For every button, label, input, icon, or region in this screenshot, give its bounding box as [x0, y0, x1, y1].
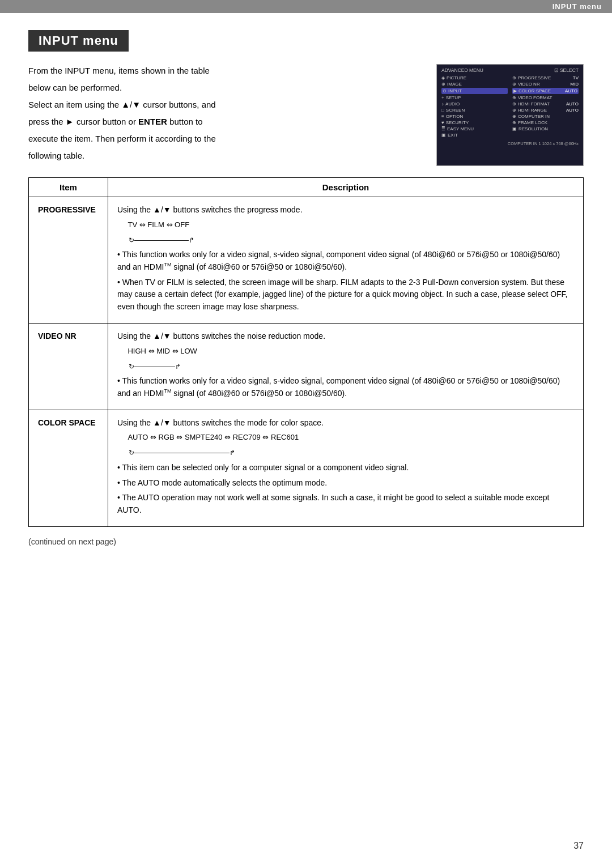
page-title: INPUT menu: [39, 33, 118, 48]
progressive-cycle-arrow: ↻————————↱: [129, 235, 574, 246]
col-header-description: Description: [108, 178, 584, 197]
videonr-cycle: HIGH ⇔ MID ⇔ LOW: [117, 346, 574, 357]
menu-item: ♥ SECURITY: [441, 120, 508, 125]
intro-line5: execute the item. Then perform it accord…: [28, 132, 419, 146]
intro-line4: press the ► cursor button or ENTER butto…: [28, 115, 419, 129]
menu-header-left: ADVANCED MENU: [441, 67, 483, 73]
colorspace-bullet2: • The AUTO mode automatically selects th…: [117, 477, 574, 490]
desc-color-space: Using the ▲/▼ buttons switches the mode …: [108, 410, 584, 526]
page-number: 37: [573, 841, 584, 851]
col-header-item: Item: [29, 178, 108, 197]
menu-item: ⊕ VIDEO FORMAT: [512, 95, 579, 100]
menu-item: + SETUP: [441, 95, 508, 100]
menu-item-input-active: ⊙ INPUT: [441, 88, 508, 94]
intro-section: From the INPUT menu, items shown in the …: [28, 64, 584, 166]
menu-item: ⊕ IMAGE: [441, 82, 508, 87]
colorspace-bullet1: • This item can be selected only for a c…: [117, 462, 574, 474]
menu-item: ▣ EXIT: [441, 133, 508, 138]
menu-item: ♪ AUDIO: [441, 101, 508, 107]
menu-item: ⊕ VIDEO NR MID: [512, 82, 579, 87]
colorspace-intro: Using the ▲/▼ buttons switches the mode …: [117, 417, 574, 429]
colorspace-cycle-arrow: ↻——————————————↱: [129, 448, 574, 458]
menu-screenshot: ADVANCED MENU ⊡ SELECT ◈ PICTURE ⊕ IMAGE…: [436, 64, 584, 166]
table-row-color-space: COLOR SPACE Using the ▲/▼ buttons switch…: [29, 410, 584, 526]
menu-item: ≣ EASY MENU: [441, 126, 508, 131]
intro-line1: From the INPUT menu, items shown in the …: [28, 64, 419, 78]
videonr-cycle-arrow: ↻——————↱: [129, 361, 574, 372]
menu-item: ≡ OPTION: [441, 114, 508, 119]
colorspace-cycle: AUTO ⇔ RGB ⇔ SMPTE240 ⇔ REC709 ⇔ REC601: [117, 432, 574, 443]
table-row-progressive: PROGRESSIVE Using the ▲/▼ buttons switch…: [29, 197, 584, 324]
intro-text: From the INPUT menu, items shown in the …: [28, 64, 419, 166]
item-color-space: COLOR SPACE: [29, 410, 108, 526]
progressive-intro: Using the ▲/▼ buttons switches the progr…: [117, 204, 574, 216]
progressive-bullet1: • This function works only for a video s…: [117, 249, 574, 273]
continued-label: (continued on next page): [28, 537, 584, 546]
desc-video-nr: Using the ▲/▼ buttons switches the noise…: [108, 323, 584, 410]
intro-line6: following table.: [28, 149, 419, 163]
menu-item: ▣ RESOLUTION: [512, 126, 579, 131]
menu-col-right: ⊕ PROGRESSIVE TV ⊕ VIDEO NR MID ▶ COLOR …: [512, 75, 579, 139]
menu-item-colorspace: ▶ COLOR SPACE AUTO: [512, 88, 579, 94]
menu-item: ⊕ COMPUTER IN: [512, 114, 579, 119]
menu-item: ⊕ FRAME LOCK: [512, 120, 579, 125]
top-header-bar: INPUT menu: [0, 0, 612, 13]
intro-line3: Select an item using the ▲/▼ cursor butt…: [28, 98, 419, 112]
desc-progressive: Using the ▲/▼ buttons switches the progr…: [108, 197, 584, 324]
menu-footer: COMPUTER IN 1 1024 x 768 @60Hz: [441, 141, 579, 146]
intro-line2: below can be performed.: [28, 81, 419, 95]
item-progressive: PROGRESSIVE: [29, 197, 108, 324]
menu-item: ⊕ HDMI RANGE AUTO: [512, 108, 579, 113]
menu-item: ⊕ PROGRESSIVE TV: [512, 75, 579, 80]
header-title: INPUT menu: [552, 2, 602, 11]
videonr-bullet1: • This function works only for a video s…: [117, 375, 574, 399]
menu-item: ◈ PICTURE: [441, 75, 508, 80]
progressive-cycle: TV ⇔ FILM ⇔ OFF: [117, 219, 574, 231]
menu-item: ⊕ HDMI FORMAT AUTO: [512, 101, 579, 107]
colorspace-bullet3: • The AUTO operation may not work well a…: [117, 492, 574, 516]
videonr-intro: Using the ▲/▼ buttons switches the noise…: [117, 330, 574, 343]
table-row-video-nr: VIDEO NR Using the ▲/▼ buttons switches …: [29, 323, 584, 410]
menu-header-right: ⊡ SELECT: [554, 67, 579, 73]
menu-item: □ SCREEN: [441, 108, 508, 113]
main-table: Item Description PROGRESSIVE Using the ▲…: [28, 177, 584, 527]
progressive-bullet2: • When TV or FILM is selected, the scree…: [117, 276, 574, 313]
item-video-nr: VIDEO NR: [29, 323, 108, 410]
page-title-box: INPUT menu: [28, 30, 129, 52]
menu-col-left: ◈ PICTURE ⊕ IMAGE ⊙ INPUT + SETUP ♪ AUDI…: [441, 75, 508, 139]
